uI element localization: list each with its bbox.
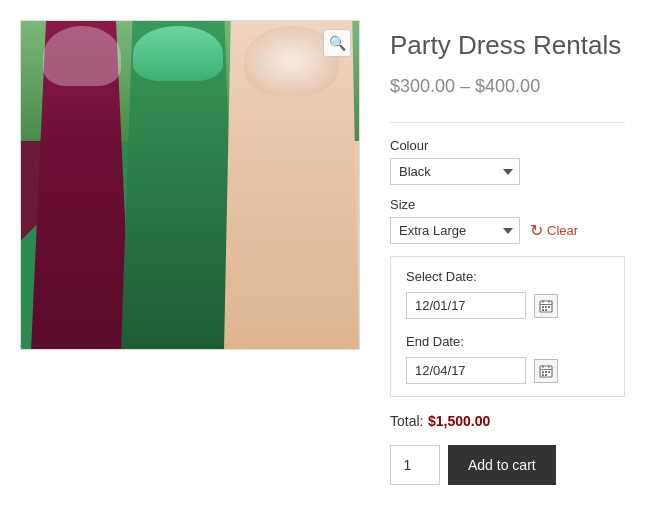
svg-rect-6 (548, 306, 550, 308)
svg-rect-13 (542, 371, 544, 373)
product-info-section: Party Dress Rentals $300.00 – $400.00 Co… (390, 20, 625, 485)
price-range: $300.00 – $400.00 (390, 76, 625, 97)
svg-rect-14 (545, 371, 547, 373)
dress-green-top (133, 26, 223, 81)
end-date-label: End Date: (406, 334, 609, 349)
svg-rect-5 (545, 306, 547, 308)
start-date-input-row (406, 292, 609, 319)
total-section: Total: $1,500.00 (390, 412, 625, 430)
date-box: Select Date: (390, 256, 625, 397)
add-to-cart-button[interactable]: Add to cart (448, 445, 556, 485)
magnify-button[interactable]: 🔍 (323, 29, 351, 57)
product-page: 🔍 Party Dress Rentals $300.00 – $400.00 … (20, 20, 625, 485)
colour-select[interactable]: Black Green Pink Purple (390, 158, 520, 185)
clear-label: Clear (547, 223, 578, 238)
total-amount: $1,500.00 (428, 413, 490, 429)
product-title: Party Dress Rentals (390, 30, 625, 61)
start-date-input[interactable] (406, 292, 526, 319)
svg-rect-7 (542, 309, 544, 311)
end-date-field: End Date: (406, 334, 609, 384)
size-label: Size (390, 197, 625, 212)
size-row: Small Medium Large Extra Large ↻ Clear (390, 217, 625, 244)
end-date-calendar-icon[interactable] (534, 359, 558, 383)
end-date-input[interactable] (406, 357, 526, 384)
svg-rect-16 (542, 374, 544, 376)
divider-1 (390, 122, 625, 123)
total-label: Total: (390, 413, 423, 429)
colour-field-group: Colour Black Green Pink Purple (390, 138, 625, 185)
quantity-input[interactable] (390, 445, 440, 485)
end-date-input-row (406, 357, 609, 384)
clear-button[interactable]: ↻ Clear (530, 221, 578, 240)
add-to-cart-row: Add to cart (390, 445, 625, 485)
product-image: 🔍 (20, 20, 360, 350)
start-date-calendar-icon[interactable] (534, 294, 558, 318)
colour-label: Colour (390, 138, 625, 153)
refresh-icon: ↻ (530, 221, 543, 240)
product-image-section: 🔍 (20, 20, 360, 485)
start-date-field: Select Date: (406, 269, 609, 319)
dress-purple-lace (43, 26, 121, 86)
size-field-group: Size Small Medium Large Extra Large ↻ Cl… (390, 197, 625, 244)
size-select[interactable]: Small Medium Large Extra Large (390, 217, 520, 244)
svg-rect-8 (545, 309, 547, 311)
start-date-label: Select Date: (406, 269, 609, 284)
svg-rect-4 (542, 306, 544, 308)
svg-rect-15 (548, 371, 550, 373)
svg-rect-17 (545, 374, 547, 376)
